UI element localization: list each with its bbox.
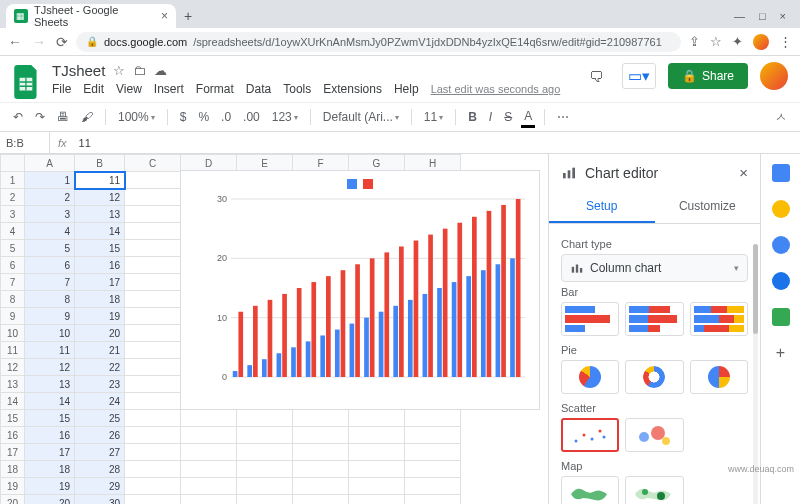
svg-rect-28 (370, 258, 375, 377)
svg-rect-29 (379, 312, 384, 377)
menu-format[interactable]: Format (196, 82, 234, 96)
tab-title: TJsheet - Google Sheets (34, 4, 155, 28)
formula-input[interactable]: 11 (75, 137, 95, 149)
currency-icon[interactable]: $ (177, 108, 190, 126)
svg-rect-26 (355, 264, 360, 377)
zoom-select[interactable]: 100% (115, 108, 158, 126)
strike-button[interactable]: S (501, 108, 515, 126)
chart-option-bar-2[interactable] (625, 302, 683, 336)
back-icon[interactable]: ← (8, 34, 22, 50)
chart-option-bar-3[interactable] (690, 302, 748, 336)
menu-tools[interactable]: Tools (283, 82, 311, 96)
browser-tab[interactable]: TJsheet - Google Sheets × (6, 4, 176, 28)
menu-file[interactable]: File (52, 82, 71, 96)
svg-rect-53 (576, 265, 578, 273)
window-minimize-icon[interactable]: — (734, 10, 745, 22)
chart-option-bar-1[interactable] (561, 302, 619, 336)
svg-point-63 (642, 489, 648, 495)
chart-option-map-2[interactable] (625, 476, 683, 504)
svg-text:0: 0 (222, 372, 227, 382)
svg-rect-47 (510, 258, 515, 377)
window-close-icon[interactable]: × (780, 10, 786, 22)
svg-rect-35 (423, 294, 428, 377)
svg-point-64 (657, 492, 665, 500)
tab-customize[interactable]: Customize (655, 191, 761, 223)
section-scatter: Scatter (561, 402, 748, 414)
italic-button[interactable]: I (486, 108, 495, 126)
svg-rect-39 (452, 282, 457, 377)
share-button[interactable]: 🔒 Share (668, 63, 748, 89)
toolbar-collapse-icon[interactable]: ㅅ (772, 107, 790, 128)
svg-rect-11 (247, 365, 252, 377)
new-tab-button[interactable]: + (176, 4, 200, 28)
maps-addon-icon[interactable] (772, 308, 790, 326)
fx-icon: fx (50, 137, 75, 149)
svg-rect-37 (437, 288, 442, 377)
chart-editor-close-icon[interactable]: × (739, 164, 748, 181)
percent-icon[interactable]: % (195, 108, 212, 126)
svg-point-55 (575, 440, 578, 443)
move-icon[interactable]: 🗀 (133, 63, 146, 78)
document-title[interactable]: TJsheet (52, 62, 105, 79)
reload-icon[interactable]: ⟳ (56, 34, 68, 50)
tab-close-icon[interactable]: × (161, 9, 168, 23)
bold-button[interactable]: B (465, 108, 480, 126)
sheets-logo-icon[interactable] (12, 62, 42, 102)
number-format-select[interactable]: 123 (269, 108, 301, 126)
menu-view[interactable]: View (116, 82, 142, 96)
chart-option-pie-2[interactable] (625, 360, 683, 394)
menu-help[interactable]: Help (394, 82, 419, 96)
decrease-decimal-icon[interactable]: .0 (218, 108, 234, 126)
print-icon[interactable]: 🖶 (54, 108, 72, 126)
chart-editor-title: Chart editor (585, 165, 731, 181)
editor-scrollbar[interactable] (753, 244, 758, 334)
add-addon-icon[interactable]: + (776, 344, 785, 362)
account-avatar[interactable] (760, 62, 788, 90)
tasks-addon-icon[interactable] (772, 236, 790, 254)
font-size-select[interactable]: 11 (421, 108, 446, 126)
contacts-addon-icon[interactable] (772, 272, 790, 290)
address-bar[interactable]: 🔒 docs.google.com /spreadsheets/d/1oywXU… (76, 32, 681, 52)
keep-addon-icon[interactable] (772, 200, 790, 218)
cloud-status-icon[interactable]: ☁ (154, 63, 167, 78)
menu-extensions[interactable]: Extensions (323, 82, 382, 96)
svg-point-62 (662, 437, 670, 445)
comment-history-icon[interactable]: 🗨 (584, 63, 610, 89)
text-color-button[interactable]: A (521, 107, 535, 128)
menu-edit[interactable]: Edit (83, 82, 104, 96)
star-icon[interactable]: ☆ (113, 63, 125, 78)
chart-editor-panel: Chart editor × Setup Customize Chart typ… (548, 154, 760, 504)
browser-menu-icon[interactable]: ⋮ (779, 34, 792, 49)
chart-editor-icon (561, 165, 577, 181)
window-maximize-icon[interactable]: □ (759, 10, 766, 22)
chart-option-pie-1[interactable] (561, 360, 619, 394)
name-box[interactable]: B:B (0, 132, 50, 153)
chart-option-pie-3[interactable] (690, 360, 748, 394)
sheets-favicon (14, 9, 28, 23)
chart-option-scatter-1[interactable] (561, 418, 619, 452)
paint-format-icon[interactable]: 🖌 (78, 108, 96, 126)
watermark: www.deuaq.com (728, 464, 794, 474)
menu-data[interactable]: Data (246, 82, 271, 96)
chart-option-map-1[interactable] (561, 476, 619, 504)
chart-option-scatter-2[interactable] (625, 418, 683, 452)
menu-insert[interactable]: Insert (154, 82, 184, 96)
redo-icon[interactable]: ↷ (32, 108, 48, 126)
present-button[interactable]: ▭▾ (622, 63, 656, 89)
profile-avatar-icon[interactable] (753, 34, 769, 50)
undo-icon[interactable]: ↶ (10, 108, 26, 126)
share-page-icon[interactable]: ⇪ (689, 34, 700, 49)
svg-rect-10 (238, 312, 243, 377)
font-select[interactable]: Default (Ari... (320, 108, 402, 126)
svg-rect-51 (572, 167, 575, 178)
extensions-icon[interactable]: ✦ (732, 34, 743, 49)
chart-type-select[interactable]: Column chart (561, 254, 748, 282)
toolbar-more-icon[interactable]: ⋯ (554, 108, 572, 126)
increase-decimal-icon[interactable]: .00 (240, 108, 263, 126)
calendar-addon-icon[interactable] (772, 164, 790, 182)
bookmark-icon[interactable]: ☆ (710, 34, 722, 49)
tab-setup[interactable]: Setup (549, 191, 655, 223)
last-edit-text[interactable]: Last edit was seconds ago (431, 83, 561, 95)
embedded-chart[interactable]: 0102030 (180, 170, 540, 410)
forward-icon[interactable]: → (32, 34, 46, 50)
